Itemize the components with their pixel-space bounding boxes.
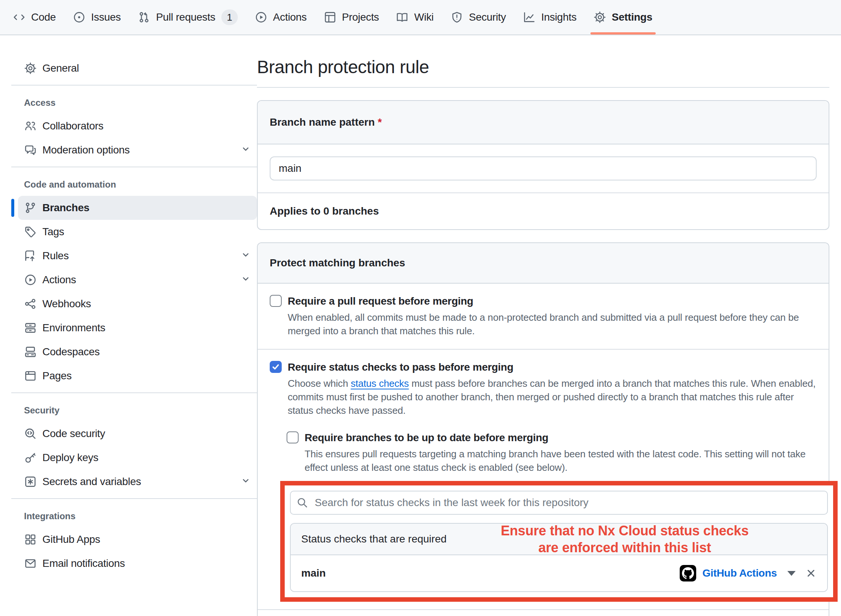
sidebar-item-label: Deploy keys	[42, 452, 98, 464]
annotation-text: Ensure that no Nx Cloud status checks ar…	[501, 523, 749, 556]
tab-settings[interactable]: Settings	[585, 0, 661, 35]
sidebar-item-label: Moderation options	[42, 144, 130, 156]
github-mark-icon	[682, 567, 694, 579]
require-up-to-date-description: This ensures pull requests targeting a m…	[305, 447, 817, 474]
sidebar-item-label: Webhooks	[42, 298, 91, 310]
sidebar-item-tags[interactable]: Tags	[18, 220, 257, 244]
description-text: must pass before branches can be merged …	[409, 378, 815, 389]
remove-status-check-button[interactable]	[805, 568, 817, 579]
mail-icon	[24, 557, 36, 569]
issue-icon	[73, 11, 85, 23]
require-pull-request-checkbox[interactable]	[270, 295, 282, 307]
sidebar-item-label: GitHub Apps	[42, 533, 100, 545]
status-checks-link[interactable]: status checks	[351, 378, 409, 389]
sidebar-item-rules[interactable]: Rules	[18, 244, 257, 268]
tab-label: Issues	[91, 11, 121, 23]
tab-projects[interactable]: Projects	[315, 0, 388, 35]
option-require-status-checks: Require status checks to pass before mer…	[258, 349, 829, 616]
chevron-down-icon	[240, 273, 251, 287]
sidebar-item-email-notifications[interactable]: Email notifications	[18, 551, 257, 575]
graph-icon	[523, 11, 535, 23]
branch-name-pattern-label: Branch name pattern	[270, 116, 375, 128]
tab-label: Code	[31, 11, 56, 23]
settings-sidebar: General Access Collaborators Moderation …	[0, 35, 257, 616]
main-content: Branch protection rule Branch name patte…	[257, 35, 829, 616]
sidebar-item-general[interactable]: General	[18, 56, 257, 80]
tab-security[interactable]: Security	[442, 0, 515, 35]
required-status-checks-list: Status checks that are required Ensure t…	[290, 523, 828, 592]
sidebar-item-github-apps[interactable]: GitHub Apps	[18, 527, 257, 551]
status-check-row: main GitHub Actions	[291, 555, 827, 591]
description-line: Choose which status checks must pass bef…	[288, 377, 817, 390]
sidebar-section-security: Security	[24, 404, 257, 417]
tag-icon	[24, 226, 36, 238]
tab-insights[interactable]: Insights	[515, 0, 585, 35]
people-icon	[24, 120, 36, 132]
pull-requests-counter: 1	[221, 9, 238, 25]
require-pull-request-description: When enabled, all commits must be made t…	[288, 311, 817, 338]
branch-name-pattern-header: Branch name pattern*	[258, 101, 829, 144]
require-status-checks-description: Choose which status checks must pass bef…	[288, 377, 817, 417]
sidebar-item-label: Email notifications	[42, 557, 125, 569]
tab-label: Pull requests	[156, 11, 215, 23]
sidebar-item-label: General	[42, 62, 79, 74]
tab-label: Actions	[273, 11, 307, 23]
browser-icon	[24, 370, 36, 382]
description-line: effect unless at least one status check …	[305, 461, 817, 474]
sidebar-item-moderation-options[interactable]: Moderation options	[18, 138, 257, 162]
chevron-down-icon	[240, 475, 251, 488]
title-divider	[257, 87, 829, 88]
option-require-pull-request: Require a pull request before merging Wh…	[258, 284, 829, 349]
tab-pull-requests[interactable]: Pull requests 1	[129, 0, 246, 35]
sidebar-item-codespaces[interactable]: Codespaces	[18, 340, 257, 364]
require-status-checks-label: Require status checks to pass before mer…	[288, 360, 513, 374]
tab-label: Projects	[342, 11, 379, 23]
caret-down-icon[interactable]	[787, 571, 796, 576]
protect-matching-branches-header: Protect matching branches	[258, 243, 829, 284]
status-checks-search-input[interactable]	[290, 491, 828, 515]
sidebar-item-label: Secrets and variables	[42, 476, 141, 488]
codespaces-icon	[24, 346, 36, 358]
require-up-to-date-label: Require branches to be up to date before…	[305, 431, 548, 445]
gear-icon	[24, 62, 36, 74]
chevron-down-icon	[240, 144, 251, 157]
require-up-to-date-checkbox[interactable]	[287, 431, 299, 443]
comment-discussion-icon	[24, 144, 36, 156]
tab-label: Wiki	[414, 11, 434, 23]
table-icon	[324, 11, 336, 23]
code-scan-icon	[24, 428, 36, 440]
sidebar-item-webhooks[interactable]: Webhooks	[18, 292, 257, 316]
sidebar-item-environments[interactable]: Environments	[18, 316, 257, 340]
tab-wiki[interactable]: Wiki	[387, 0, 442, 35]
sidebar-section-code-automation: Code and automation	[24, 178, 257, 191]
sidebar-item-secrets-variables[interactable]: Secrets and variables	[18, 470, 257, 494]
sidebar-item-code-security[interactable]: Code security	[18, 422, 257, 446]
annotation-line: are enforced within this list	[501, 539, 749, 556]
git-branch-icon	[24, 202, 36, 214]
branch-name-pattern-card: Branch name pattern* Applies to 0 branch…	[257, 100, 829, 230]
tab-label: Settings	[612, 11, 652, 23]
sidebar-item-pages[interactable]: Pages	[18, 364, 257, 388]
book-icon	[396, 11, 408, 23]
sidebar-item-deploy-keys[interactable]: Deploy keys	[18, 446, 257, 470]
close-icon	[805, 568, 817, 579]
github-actions-link[interactable]: GitHub Actions	[702, 567, 777, 579]
protect-matching-branches-card: Protect matching branches Require a pull…	[257, 242, 829, 616]
description-line: commits must first be pushed to another …	[288, 390, 817, 404]
require-status-checks-checkbox[interactable]	[270, 361, 282, 373]
required-asterisk: *	[378, 116, 382, 128]
tab-issues[interactable]: Issues	[65, 0, 129, 35]
sidebar-item-collaborators[interactable]: Collaborators	[18, 114, 257, 138]
sidebar-item-label: Branches	[42, 202, 89, 214]
play-icon	[24, 274, 36, 286]
sidebar-item-branches[interactable]: Branches	[18, 196, 257, 220]
sidebar-item-actions[interactable]: Actions	[18, 268, 257, 292]
gear-icon	[594, 11, 606, 23]
branch-name-pattern-body	[258, 144, 829, 192]
annotation-line: Ensure that no Nx Cloud status checks	[501, 523, 749, 539]
github-actions-avatar	[680, 565, 696, 581]
tab-actions[interactable]: Actions	[246, 0, 315, 35]
branch-name-pattern-input[interactable]	[270, 156, 817, 180]
tab-code[interactable]: Code	[5, 0, 65, 35]
key-icon	[24, 452, 36, 464]
